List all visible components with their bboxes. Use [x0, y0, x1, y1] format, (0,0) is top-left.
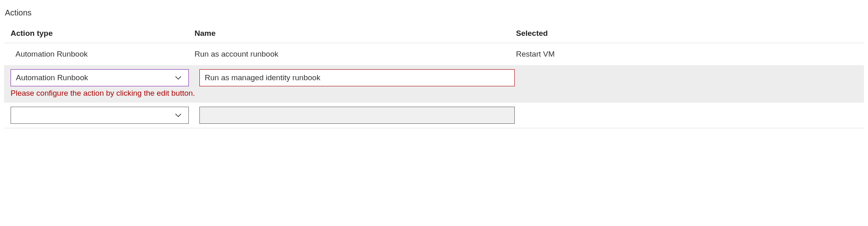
table-header-row: Action type Name Selected — [4, 24, 864, 43]
chevron-down-icon — [175, 112, 182, 119]
cell-action-type: Automation Runbook — [4, 50, 191, 59]
action-type-dropdown[interactable] — [11, 107, 189, 124]
header-selected: Selected — [513, 29, 864, 38]
name-input[interactable] — [199, 107, 515, 124]
header-name: Name — [191, 29, 513, 38]
chevron-down-icon — [175, 74, 182, 81]
cell-name: Run as account runbook — [191, 50, 513, 59]
action-type-dropdown[interactable]: Automation Runbook — [11, 69, 189, 86]
error-message: Please configure the action by clicking … — [4, 86, 864, 99]
table-row: Automation Runbook Please configure the … — [4, 65, 864, 103]
section-title: Actions — [4, 8, 864, 18]
actions-table: Action type Name Selected Automation Run… — [4, 24, 864, 128]
table-row: Automation Runbook Run as account runboo… — [4, 43, 864, 65]
name-input[interactable] — [199, 69, 515, 86]
table-row — [4, 103, 864, 128]
header-action-type: Action type — [4, 29, 191, 38]
cell-selected: Restart VM — [513, 50, 864, 59]
dropdown-value: Automation Runbook — [16, 73, 175, 82]
